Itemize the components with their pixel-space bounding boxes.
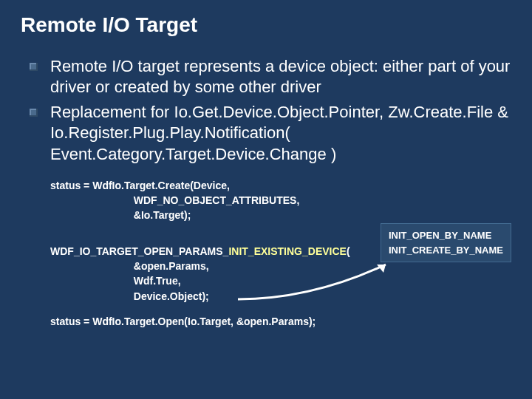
aside-line: INIT_OPEN_BY_NAME — [389, 228, 503, 243]
code-line: &open.Params, — [50, 260, 209, 272]
code-line: WDF_IO_TARGET_OPEN_PARAMS_ — [50, 245, 228, 257]
bullet-marker-icon — [30, 109, 38, 117]
code-line: &Io.Target); — [50, 209, 191, 221]
code-snippet-3: status = WdfIo.Target.Open(Io.Target, &o… — [50, 314, 511, 329]
slide-title: Remote I/O Target — [21, 13, 511, 37]
code-line: ( — [347, 245, 350, 257]
code-highlight: INIT_EXISTING_DEVICE — [228, 245, 346, 257]
bullet-list: Remote I/O target represents a device ob… — [30, 56, 511, 165]
bullet-item: Remote I/O target represents a device ob… — [30, 56, 511, 98]
code-snippet-1: status = WdfIo.Target.Create(Device, WDF… — [50, 178, 511, 223]
code-line: WDF_NO_OBJECT_ATTRIBUTES, — [50, 194, 299, 206]
bullet-marker-icon — [30, 63, 38, 71]
code-line: Device.Object); — [50, 290, 209, 302]
aside-line: INIT_CREATE_BY_NAME — [389, 243, 503, 258]
code-line: status = WdfIo.Target.Open(Io.Target, &o… — [50, 316, 316, 327]
aside-callout: INIT_OPEN_BY_NAME INIT_CREATE_BY_NAME — [381, 223, 511, 262]
slide: Remote I/O Target Remote I/O target repr… — [0, 0, 532, 399]
bullet-text: Replacement for Io.Get.Device.Object.Poi… — [50, 103, 508, 163]
bullet-text: Remote I/O target represents a device ob… — [50, 57, 510, 96]
code-line: Wdf.True, — [50, 275, 181, 287]
code-line: status = WdfIo.Target.Create(Device, — [50, 180, 230, 191]
bullet-item: Replacement for Io.Get.Device.Object.Poi… — [30, 102, 511, 164]
